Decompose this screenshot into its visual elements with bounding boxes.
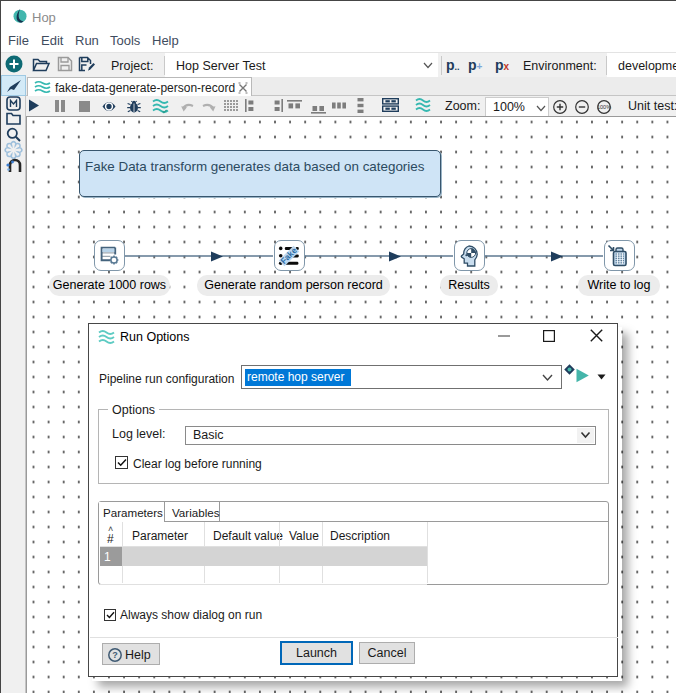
- svg-text:100%: 100%: [597, 104, 611, 110]
- svg-text:?: ?: [112, 650, 118, 660]
